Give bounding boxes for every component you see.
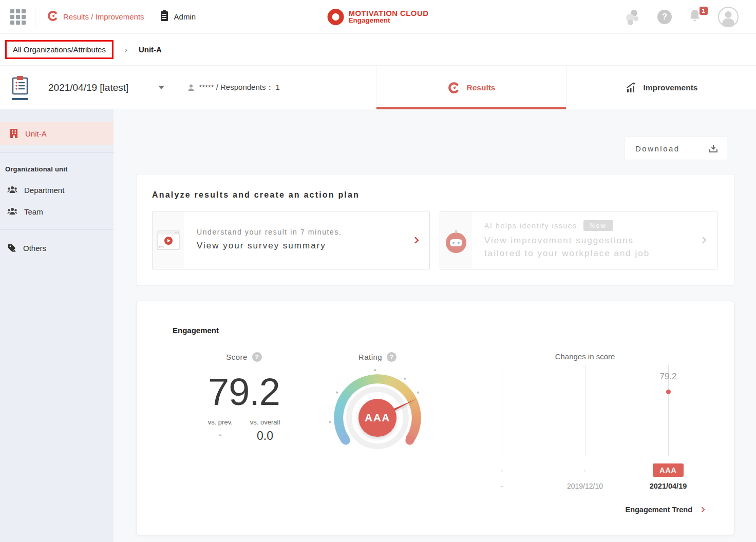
robot-icon [444, 227, 468, 254]
vs-prev-label: vs. prev. [208, 418, 233, 426]
chart-column: 79.2 [627, 365, 710, 456]
chart-date-cell: 2021/04/19 [627, 480, 710, 492]
logo-title: MOTIVATION CLOUD [349, 9, 429, 17]
tag-icon [7, 243, 16, 253]
breadcrumb-root-label: All Organizations/Attributes [13, 45, 106, 54]
breadcrumb-separator-icon: › [125, 45, 127, 54]
nav-results-improvements-label: Results / Improvements [63, 12, 144, 21]
changes-in-score-chart: Changes in score 79.2 - [460, 352, 710, 492]
logo-ring-icon [328, 9, 344, 25]
download-button[interactable]: Download [625, 137, 727, 160]
tab-improvements[interactable]: Improvements [566, 66, 756, 109]
vs-overall-label: vs. overall [250, 418, 280, 426]
person-icon [187, 84, 195, 92]
survey-clipboard-icon [11, 75, 29, 95]
rating-help-icon[interactable]: ? [387, 352, 396, 362]
active-indicator [12, 98, 28, 100]
sidebar-item-label: Unit-A [25, 129, 47, 138]
divider [0, 229, 114, 230]
download-icon [708, 143, 719, 153]
chevron-down-icon [158, 86, 164, 89]
tab-results-label: Results [467, 83, 496, 92]
apps-icon[interactable] [626, 9, 641, 25]
breadcrumb-current: Unit-A [139, 45, 162, 54]
sidebar-item-label: Others [23, 244, 46, 253]
chevron-right-icon [412, 237, 419, 244]
vs-prev-value: - [208, 429, 233, 440]
sidebar-item-label: Department [24, 186, 64, 195]
survey-bar: 2021/04/19 [latest] ***** / Respondents：… [0, 66, 756, 109]
card-line1: AI helps identify issues [484, 222, 577, 230]
sidebar-item-others[interactable]: Others [0, 237, 114, 259]
chart-date-cell: 2019/12/10 [543, 480, 627, 492]
chart-rating-cell: AAA [627, 462, 710, 478]
vs-overall-value: 0.0 [250, 429, 280, 443]
rating-block: Rating ? [329, 352, 426, 467]
sidebar: Unit-A Organizational unit Department Te… [0, 109, 114, 542]
chevron-right-icon [700, 237, 707, 244]
breadcrumb-root[interactable]: All Organizations/Attributes [5, 40, 114, 59]
sidebar-item-department[interactable]: Department [0, 179, 114, 201]
card-line2: View improvement suggestions tailored to… [484, 235, 701, 260]
survey-summary-card[interactable]: Understand your result in 7 minutes. Vie… [152, 211, 430, 269]
rating-badge: AAA [653, 463, 683, 477]
top-navigation: Results / Improvements Admin MOTIVATION … [0, 0, 756, 34]
rating-value-badge: AAA [358, 399, 396, 437]
notifications-button[interactable]: 1 [688, 9, 702, 25]
chart-column [460, 365, 543, 456]
app-grid-icon[interactable] [10, 9, 26, 25]
video-player-icon [157, 230, 180, 250]
people-icon [7, 186, 17, 194]
download-label: Download [635, 144, 680, 153]
ai-suggestions-card[interactable]: AI helps identify issues New View improv… [440, 211, 717, 269]
page: Results / Improvements Admin MOTIVATION … [0, 0, 756, 542]
data-point [666, 390, 671, 394]
nav-admin[interactable]: Admin [159, 10, 196, 24]
engagement-card: Engagement Score ? 79.2 vs. prev. - [136, 301, 734, 535]
help-icon[interactable]: ? [657, 10, 672, 24]
score-help-icon[interactable]: ? [252, 352, 262, 362]
building-icon [9, 128, 18, 139]
chart-date-cell: - [460, 480, 543, 492]
score-value: 79.2 [180, 373, 308, 411]
tab-results[interactable]: Results [376, 66, 566, 109]
logo: MOTIVATION CLOUD Engagement [328, 9, 429, 25]
card-line2: View your survey summary [197, 240, 413, 253]
chart-title: Changes in score [460, 352, 710, 361]
chart-rating-cell: - [460, 462, 543, 478]
survey-clipboard-tab[interactable] [11, 75, 29, 100]
sidebar-item-team[interactable]: Team [0, 201, 114, 222]
results-gauge-icon [447, 81, 461, 94]
breadcrumb: All Organizations/Attributes › Unit-A [0, 34, 756, 66]
sidebar-item-unit-a[interactable]: Unit-A [0, 122, 114, 145]
divider [0, 152, 114, 153]
active-tab-indicator [376, 107, 566, 109]
card-line1: Understand your result in 7 minutes. [197, 228, 413, 236]
divider [35, 7, 35, 27]
notification-badge: 1 [700, 7, 708, 15]
main-content: Download Analyze results and create an a… [114, 109, 756, 542]
logo-subtitle: Engagement [349, 17, 429, 24]
sidebar-section-label: Organizational unit [0, 160, 114, 179]
rating-label: Rating [358, 353, 382, 361]
action-plan-heading: Analyze results and create an action pla… [152, 190, 717, 200]
new-badge: New [583, 220, 613, 231]
score-label: Score [226, 353, 248, 361]
nav-results-improvements[interactable]: Results / Improvements [47, 10, 144, 24]
gauge-icon [47, 10, 59, 24]
clipboard-icon [159, 10, 170, 24]
action-plan-card: Analyze results and create an action pla… [136, 174, 734, 285]
tab-improvements-label: Improvements [644, 83, 698, 92]
engagement-trend-link[interactable]: Engagement Trend [625, 506, 692, 514]
chevron-right-icon [699, 507, 705, 512]
survey-select[interactable]: 2021/04/19 [latest] [48, 82, 164, 93]
score-block: Score ? 79.2 vs. prev. - vs. overall 0. [180, 352, 308, 443]
respondents-label: ***** / Respondents： 1 [199, 83, 280, 92]
chart-rating-cell: - [543, 462, 627, 478]
rating-gauge: AAA [329, 369, 426, 467]
engagement-heading: Engagement [173, 326, 734, 335]
chart-column [543, 365, 627, 456]
profile-avatar[interactable] [718, 7, 739, 27]
survey-select-value: 2021/04/19 [latest] [48, 82, 128, 93]
data-point-label: 79.2 [659, 372, 676, 382]
